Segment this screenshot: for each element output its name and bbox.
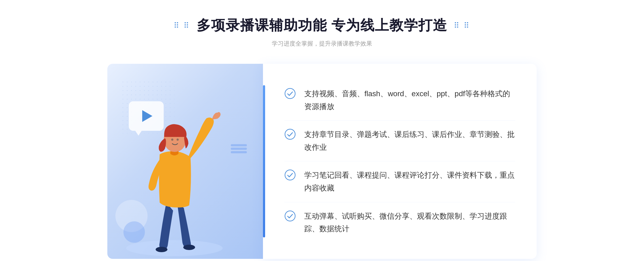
feature-item-1: 支持视频、音频、flash、word、excel、ppt、pdf等各种格式的资源… bbox=[284, 80, 515, 121]
svg-point-1 bbox=[156, 247, 167, 252]
feature-item-3: 学习笔记回看、课程提问、课程评论打分、课件资料下载，重点内容收藏 bbox=[284, 161, 515, 202]
svg-point-2 bbox=[183, 245, 195, 250]
dots-left-icon: ⠿ ⠿ bbox=[174, 21, 190, 30]
feature-text-2: 支持章节目录、弹题考试、课后练习、课后作业、章节测验、批改作业 bbox=[304, 128, 515, 154]
check-icon-3 bbox=[284, 169, 296, 181]
check-icon-1 bbox=[284, 88, 296, 99]
header-section: ⠿ ⠿ 多项录播课辅助功能 专为线上教学打造 ⠿ ⠿ 学习进度全掌握，提升录播课… bbox=[0, 16, 644, 48]
svg-point-5 bbox=[171, 139, 173, 141]
feature-item-4: 互动弹幕、试听购买、微信分享、观看次数限制、学习进度跟踪、数据统计 bbox=[284, 202, 515, 243]
header-subtitle: 学习进度全掌握，提升录播课教学效果 bbox=[0, 40, 644, 48]
header-title-row: ⠿ ⠿ 多项录播课辅助功能 专为线上教学打造 ⠿ ⠿ bbox=[0, 16, 644, 35]
svg-point-8 bbox=[285, 129, 295, 139]
svg-point-10 bbox=[285, 211, 295, 221]
check-icon-4 bbox=[284, 210, 296, 222]
page-wrapper: ⠿ ⠿ 多项录播课辅助功能 专为线上教学打造 ⠿ ⠿ 学习进度全掌握，提升录播课… bbox=[0, 16, 644, 259]
feature-text-1: 支持视频、音频、flash、word、excel、ppt、pdf等各种格式的资源… bbox=[304, 87, 515, 113]
check-icon-2 bbox=[284, 129, 296, 140]
dots-right-icon: ⠿ ⠿ bbox=[454, 21, 470, 30]
panel-accent-bar bbox=[263, 85, 265, 237]
feature-text-4: 互动弹幕、试听购买、微信分享、观看次数限制、学习进度跟踪、数据统计 bbox=[304, 210, 515, 235]
svg-point-7 bbox=[285, 88, 295, 99]
person-illustration bbox=[121, 87, 250, 259]
page-title: 多项录播课辅助功能 专为线上教学打造 bbox=[197, 16, 447, 35]
main-content: » bbox=[107, 64, 537, 259]
svg-point-0 bbox=[126, 240, 223, 256]
right-features-panel: 支持视频、音频、flash、word、excel、ppt、pdf等各种格式的资源… bbox=[263, 64, 537, 259]
feature-text-3: 学习笔记回看、课程提问、课程评论打分、课件资料下载，重点内容收藏 bbox=[304, 169, 515, 194]
feature-item-2: 支持章节目录、弹题考试、课后练习、课后作业、章节测验、批改作业 bbox=[284, 121, 515, 161]
svg-point-9 bbox=[285, 170, 295, 180]
svg-point-6 bbox=[177, 139, 179, 141]
left-illustration-panel bbox=[107, 64, 263, 259]
